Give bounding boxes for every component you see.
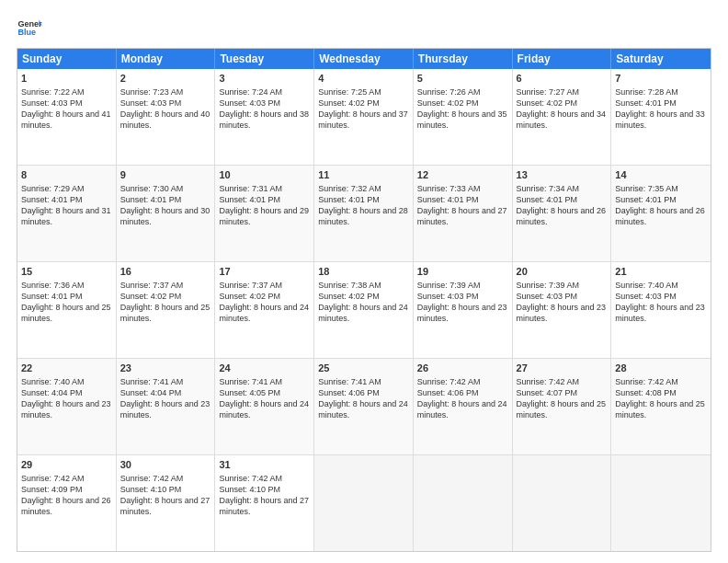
day-number: 14 xyxy=(615,168,707,182)
cal-cell-2-1: 16Sunrise: 7:37 AMSunset: 4:02 PMDayligh… xyxy=(117,262,216,358)
cal-cell-0-3: 4Sunrise: 7:25 AMSunset: 4:02 PMDaylight… xyxy=(314,69,414,165)
day-number: 7 xyxy=(615,72,707,86)
cal-cell-3-4: 26Sunrise: 7:42 AMSunset: 4:06 PMDayligh… xyxy=(414,359,513,454)
cal-cell-0-2: 3Sunrise: 7:24 AMSunset: 4:03 PMDaylight… xyxy=(215,69,314,165)
day-number: 9 xyxy=(120,168,211,182)
header-sunday: Sunday xyxy=(17,49,117,69)
header: General Blue xyxy=(17,15,711,40)
logo: General Blue xyxy=(17,15,42,40)
cal-cell-2-2: 17Sunrise: 7:37 AMSunset: 4:02 PMDayligh… xyxy=(215,262,314,358)
header-tuesday: Tuesday xyxy=(215,49,314,69)
svg-text:Blue: Blue xyxy=(17,28,36,37)
calendar: Sunday Monday Tuesday Wednesday Thursday… xyxy=(17,48,711,552)
day-number: 6 xyxy=(517,72,608,86)
cal-cell-0-6: 7Sunrise: 7:28 AMSunset: 4:01 PMDaylight… xyxy=(611,69,711,165)
week-row-2: 8Sunrise: 7:29 AMSunset: 4:01 PMDaylight… xyxy=(17,165,711,261)
cal-cell-2-0: 15Sunrise: 7:36 AMSunset: 4:01 PMDayligh… xyxy=(17,262,117,358)
cal-cell-4-4 xyxy=(414,455,513,551)
header-saturday: Saturday xyxy=(611,49,711,69)
day-number: 31 xyxy=(219,458,310,472)
cal-cell-4-2: 31Sunrise: 7:42 AMSunset: 4:10 PMDayligh… xyxy=(215,455,314,551)
day-number: 28 xyxy=(615,362,707,375)
cal-cell-1-6: 14Sunrise: 7:35 AMSunset: 4:01 PMDayligh… xyxy=(611,166,711,261)
day-number: 26 xyxy=(417,362,508,375)
day-number: 16 xyxy=(120,265,211,279)
day-number: 4 xyxy=(318,72,409,86)
cal-cell-2-4: 19Sunrise: 7:39 AMSunset: 4:03 PMDayligh… xyxy=(414,262,513,358)
cal-cell-4-6 xyxy=(611,455,711,551)
day-number: 1 xyxy=(21,72,112,86)
calendar-body: 1Sunrise: 7:22 AMSunset: 4:03 PMDaylight… xyxy=(17,69,711,551)
cal-cell-3-2: 24Sunrise: 7:41 AMSunset: 4:05 PMDayligh… xyxy=(215,359,314,454)
header-thursday: Thursday xyxy=(414,49,513,69)
day-number: 8 xyxy=(21,168,112,182)
day-number: 3 xyxy=(219,72,310,86)
week-row-5: 29Sunrise: 7:42 AMSunset: 4:09 PMDayligh… xyxy=(17,454,711,551)
cal-cell-4-5 xyxy=(513,455,612,551)
cal-cell-3-3: 25Sunrise: 7:41 AMSunset: 4:06 PMDayligh… xyxy=(314,359,414,454)
day-number: 21 xyxy=(615,265,707,279)
day-number: 19 xyxy=(417,265,508,279)
svg-text:General: General xyxy=(17,19,42,29)
cal-cell-1-3: 11Sunrise: 7:32 AMSunset: 4:01 PMDayligh… xyxy=(314,166,414,261)
day-number: 20 xyxy=(517,265,608,279)
day-number: 29 xyxy=(21,458,112,472)
header-wednesday: Wednesday xyxy=(314,49,414,69)
header-monday: Monday xyxy=(117,49,216,69)
day-number: 11 xyxy=(318,168,409,182)
day-number: 18 xyxy=(318,265,409,279)
cal-cell-1-5: 13Sunrise: 7:34 AMSunset: 4:01 PMDayligh… xyxy=(513,166,612,261)
header-friday: Friday xyxy=(513,49,612,69)
cal-cell-4-3 xyxy=(314,455,414,551)
cal-cell-4-0: 29Sunrise: 7:42 AMSunset: 4:09 PMDayligh… xyxy=(17,455,117,551)
cal-cell-2-3: 18Sunrise: 7:38 AMSunset: 4:02 PMDayligh… xyxy=(314,262,414,358)
day-number: 17 xyxy=(219,265,310,279)
day-number: 5 xyxy=(417,72,508,86)
cal-cell-1-0: 8Sunrise: 7:29 AMSunset: 4:01 PMDaylight… xyxy=(17,166,117,261)
day-number: 23 xyxy=(120,362,211,375)
cal-cell-0-5: 6Sunrise: 7:27 AMSunset: 4:02 PMDaylight… xyxy=(513,69,612,165)
cal-cell-4-1: 30Sunrise: 7:42 AMSunset: 4:10 PMDayligh… xyxy=(117,455,216,551)
cal-cell-0-0: 1Sunrise: 7:22 AMSunset: 4:03 PMDaylight… xyxy=(17,69,117,165)
day-number: 27 xyxy=(517,362,608,375)
day-number: 12 xyxy=(417,168,508,182)
cal-cell-3-0: 22Sunrise: 7:40 AMSunset: 4:04 PMDayligh… xyxy=(17,359,117,454)
cal-cell-0-4: 5Sunrise: 7:26 AMSunset: 4:02 PMDaylight… xyxy=(414,69,513,165)
week-row-3: 15Sunrise: 7:36 AMSunset: 4:01 PMDayligh… xyxy=(17,261,711,358)
calendar-header: Sunday Monday Tuesday Wednesday Thursday… xyxy=(17,49,711,69)
cal-cell-1-1: 9Sunrise: 7:30 AMSunset: 4:01 PMDaylight… xyxy=(117,166,216,261)
day-number: 25 xyxy=(318,362,409,375)
page: General Blue Sunday Monday Tuesday Wedne… xyxy=(0,0,728,563)
day-number: 24 xyxy=(219,362,310,375)
cal-cell-2-6: 21Sunrise: 7:40 AMSunset: 4:03 PMDayligh… xyxy=(611,262,711,358)
day-number: 30 xyxy=(120,458,211,472)
day-number: 15 xyxy=(21,265,112,279)
day-number: 2 xyxy=(120,72,211,86)
cal-cell-0-1: 2Sunrise: 7:23 AMSunset: 4:03 PMDaylight… xyxy=(117,69,216,165)
cal-cell-3-5: 27Sunrise: 7:42 AMSunset: 4:07 PMDayligh… xyxy=(513,359,612,454)
cal-cell-2-5: 20Sunrise: 7:39 AMSunset: 4:03 PMDayligh… xyxy=(513,262,612,358)
cal-cell-3-1: 23Sunrise: 7:41 AMSunset: 4:04 PMDayligh… xyxy=(117,359,216,454)
day-number: 13 xyxy=(517,168,608,182)
day-number: 22 xyxy=(21,362,112,375)
day-number: 10 xyxy=(219,168,310,182)
cal-cell-1-4: 12Sunrise: 7:33 AMSunset: 4:01 PMDayligh… xyxy=(414,166,513,261)
week-row-4: 22Sunrise: 7:40 AMSunset: 4:04 PMDayligh… xyxy=(17,358,711,454)
cal-cell-3-6: 28Sunrise: 7:42 AMSunset: 4:08 PMDayligh… xyxy=(611,359,711,454)
cal-cell-1-2: 10Sunrise: 7:31 AMSunset: 4:01 PMDayligh… xyxy=(215,166,314,261)
logo-icon: General Blue xyxy=(17,15,42,40)
week-row-1: 1Sunrise: 7:22 AMSunset: 4:03 PMDaylight… xyxy=(17,69,711,165)
